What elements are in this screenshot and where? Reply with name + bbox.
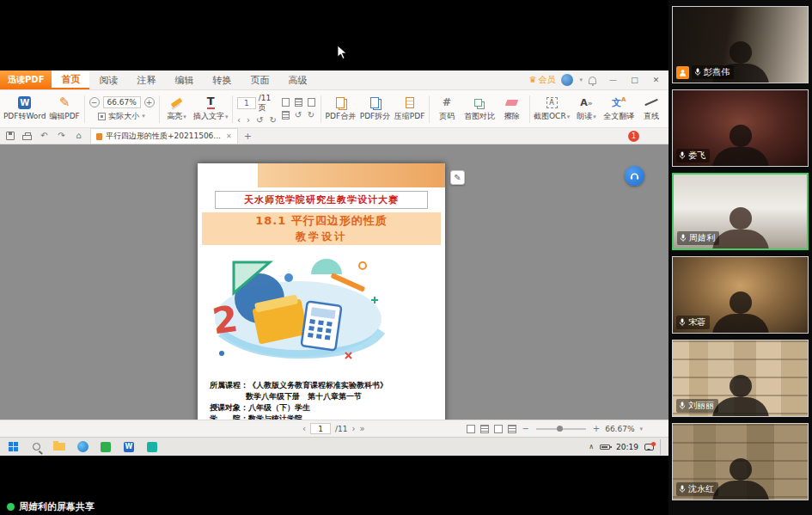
highlight-button[interactable]: 高亮▾ <box>164 95 190 122</box>
maximize-button[interactable]: □ <box>624 71 645 90</box>
file-explorer-button[interactable] <box>49 438 70 456</box>
chevron-down-icon[interactable]: ▾ <box>639 426 643 432</box>
participant-video-tile[interactable]: 彭燕伟 <box>672 6 809 83</box>
new-tab-button[interactable]: + <box>244 131 252 142</box>
erase-button[interactable]: 擦除 <box>499 95 525 122</box>
compare-button[interactable]: 首图对比 <box>464 95 495 122</box>
tab-page[interactable]: 页面 <box>241 71 278 89</box>
next-page-icon[interactable]: › <box>247 116 250 125</box>
toolbar-divider <box>321 95 321 123</box>
meeting-app-button[interactable] <box>142 438 162 456</box>
edit-pdf-button[interactable]: ✎ 编辑PDF <box>49 95 79 122</box>
pdf-split-button[interactable]: PDF拆分 <box>360 95 390 122</box>
participant-video-tile[interactable]: 沈永红 <box>672 423 809 500</box>
battery-icon[interactable] <box>600 444 610 450</box>
zoom-value-box[interactable]: 66.67% <box>103 96 141 108</box>
zoom-in-icon[interactable]: + <box>593 425 600 433</box>
participant-video-tile[interactable]: 宋蓉 <box>672 256 809 334</box>
page-decoration-band <box>258 163 445 187</box>
line-tool-button[interactable]: 直线 <box>638 95 664 122</box>
rotate-view-right-icon[interactable]: ↻ <box>308 111 315 120</box>
notification-icon[interactable] <box>644 444 654 451</box>
vip-button[interactable]: ♛会员 <box>529 74 556 86</box>
two-page-view-icon[interactable] <box>494 425 503 433</box>
notification-badge[interactable]: 1 <box>628 131 639 142</box>
fullscreen-view-icon[interactable] <box>508 425 516 433</box>
participant-video-tile-active[interactable]: 周婧利 <box>672 173 809 250</box>
tab-annotate[interactable]: 注释 <box>127 71 165 89</box>
pdf-to-word-button[interactable]: W PDF转Word <box>4 95 45 122</box>
last-page-icon[interactable]: » <box>359 425 364 433</box>
compress-pdf-button[interactable]: 压缩PDF <box>394 95 424 122</box>
participant-name-tag: 娄飞 <box>676 149 710 162</box>
two-page-continuous-view-icon[interactable] <box>282 111 290 120</box>
tab-read[interactable]: 阅读 <box>89 71 127 89</box>
zoom-out-icon[interactable]: − <box>522 425 528 433</box>
help-float-button[interactable] <box>625 166 644 186</box>
fit-mode-select[interactable]: 实际大小 ▾ <box>98 111 145 122</box>
tab-advanced[interactable]: 高级 <box>278 71 316 89</box>
browser-button[interactable] <box>72 438 93 456</box>
screenshot-ocr-button[interactable]: A 截图OCR▾ <box>534 95 570 122</box>
zoom-slider[interactable] <box>536 428 586 430</box>
zoom-in-button[interactable]: + <box>144 97 155 107</box>
zoom-out-button[interactable]: − <box>89 97 100 107</box>
tab-home[interactable]: 首页 <box>52 71 89 89</box>
tray-expand-icon[interactable]: ∧ <box>589 443 594 451</box>
participant-video-tile[interactable]: 刘丽丽 <box>672 340 809 417</box>
next-page-icon[interactable]: › <box>351 425 355 433</box>
save-icon <box>6 132 15 140</box>
page-number-input[interactable]: 1 <box>237 97 256 109</box>
single-page-view-icon[interactable] <box>467 425 475 433</box>
show-desktop-button[interactable] <box>660 439 662 455</box>
prev-page-icon[interactable]: ‹ <box>237 116 241 125</box>
minimize-button[interactable]: — <box>602 71 624 90</box>
save-button[interactable] <box>4 131 15 142</box>
bell-icon[interactable] <box>589 77 596 84</box>
home-button[interactable]: ⌂ <box>73 131 84 142</box>
page-number-button[interactable]: # 页码 <box>434 95 460 122</box>
statusbar-zoom-value[interactable]: 66.67% <box>605 425 634 433</box>
mic-icon <box>679 402 686 410</box>
rotate-right-icon[interactable]: ↻ <box>269 116 276 125</box>
word-app-button[interactable]: W <box>119 438 139 456</box>
continuous-view-icon[interactable] <box>480 425 489 433</box>
toolbar-divider <box>429 95 430 123</box>
main-toolbar: W PDF转Word ✎ 编辑PDF − 66.67% + 实际大小 ▾ <box>0 90 669 128</box>
rotate-view-left-icon[interactable]: ↺ <box>295 111 302 120</box>
document-tab[interactable]: 平行四边形的性质+20211506... ✕ <box>90 128 238 144</box>
tab-edit[interactable]: 编辑 <box>165 71 203 89</box>
print-button[interactable] <box>21 131 33 142</box>
pdf-merge-button[interactable]: PDF合并 <box>326 95 356 122</box>
participant-video-tile[interactable]: 娄飞 <box>672 89 809 167</box>
user-avatar[interactable] <box>561 74 573 86</box>
tab-close-icon[interactable]: ✕ <box>226 132 232 140</box>
continuous-view-icon[interactable] <box>295 98 302 107</box>
single-page-view-icon[interactable] <box>282 98 290 107</box>
highlighter-icon <box>171 97 183 107</box>
taskbar-search-button[interactable] <box>26 438 46 456</box>
translate-button[interactable]: 文A 全文翻译 <box>604 95 635 122</box>
redo-button[interactable]: ↷ <box>56 131 67 142</box>
undo-button[interactable]: ↶ <box>39 131 50 142</box>
page-number-icon: # <box>443 97 451 107</box>
close-button[interactable]: ✕ <box>645 71 667 90</box>
start-button[interactable] <box>3 438 23 456</box>
chevron-down-icon[interactable]: ▾ <box>579 77 583 83</box>
zoom-slider-knob[interactable] <box>557 426 563 432</box>
statusbar-page-input[interactable]: 1 <box>310 423 331 434</box>
prev-page-icon[interactable]: ‹ <box>302 425 306 433</box>
insert-text-button[interactable]: T 插入文字▾ <box>194 95 228 122</box>
taskbar-tray: ∧ 20:19 <box>589 439 666 455</box>
app-green-button[interactable] <box>95 438 116 456</box>
read-aloud-button[interactable]: A» 朗读▾ <box>574 95 600 122</box>
rotate-left-icon[interactable]: ↺ <box>256 116 263 125</box>
document-viewport[interactable]: 天水师范学院研究生教学设计大赛 18.1 平行四边形的性质 教学设计 <box>0 144 669 420</box>
chevron-down-icon: ▾ <box>593 113 596 120</box>
taskbar-clock[interactable]: 20:19 <box>616 443 638 451</box>
annotate-float-button[interactable]: ✎ <box>450 170 465 185</box>
search-icon <box>33 443 40 451</box>
two-page-view-icon[interactable] <box>308 98 315 107</box>
tab-convert[interactable]: 转换 <box>203 71 241 89</box>
translate-icon: 文A <box>612 97 626 107</box>
